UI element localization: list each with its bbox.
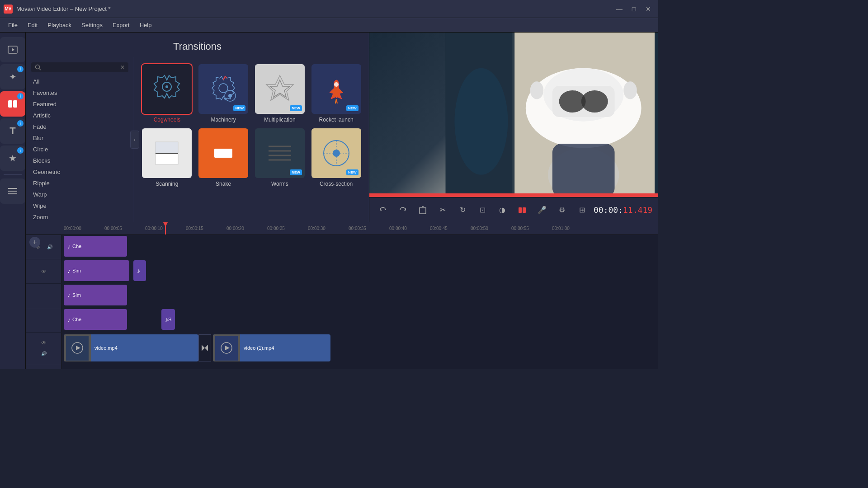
svg-rect-2 bbox=[8, 100, 12, 108]
category-all[interactable]: All bbox=[26, 76, 134, 87]
category-blocks[interactable]: Blocks bbox=[26, 155, 134, 166]
redo-button[interactable] bbox=[395, 202, 411, 218]
multiplication-label: Multiplication bbox=[264, 117, 295, 123]
transition-multiplication[interactable]: NEW Multiplication bbox=[255, 64, 306, 123]
bottom-section: 00:00:00 00:00:05 00:00:10 00:00:15 00:0… bbox=[26, 222, 658, 369]
audio-clip-s[interactable]: ♪ S bbox=[161, 309, 175, 330]
maximize-button[interactable]: □ bbox=[627, 3, 640, 15]
cross-section-thumbnail bbox=[318, 135, 354, 171]
category-blur[interactable]: Blur bbox=[26, 132, 134, 144]
menu-help[interactable]: Help bbox=[135, 20, 156, 30]
transition-rocket[interactable]: NEW Rocket launch bbox=[311, 64, 362, 123]
video-clip-1-thumb bbox=[64, 334, 91, 361]
timeline-ruler: 00:00:00 00:00:05 00:00:10 00:00:15 00:0… bbox=[26, 222, 658, 235]
audio-clip-small[interactable]: ♪ bbox=[133, 260, 146, 281]
track-4-controls bbox=[26, 308, 62, 332]
search-input[interactable] bbox=[44, 64, 118, 70]
category-artistic[interactable]: Artistic bbox=[26, 110, 134, 121]
track-2-controls: 👁 bbox=[26, 259, 62, 283]
transition-snake[interactable]: Snake bbox=[198, 128, 249, 187]
transition-scanning[interactable]: Scanning bbox=[142, 128, 193, 187]
tool-media[interactable] bbox=[0, 37, 25, 62]
category-fade[interactable]: Fade bbox=[26, 121, 134, 132]
ruler-mark-4: 00:00:20 bbox=[226, 226, 267, 231]
ruler-mark-3: 00:00:15 bbox=[186, 226, 226, 231]
audio-clip-che2[interactable]: ♪ Che bbox=[64, 309, 127, 330]
svg-line-8 bbox=[39, 69, 41, 70]
category-geometric[interactable]: Geometric bbox=[26, 166, 134, 178]
crop-button[interactable]: ⊡ bbox=[474, 202, 491, 218]
transition-cogwheels[interactable]: Cogwheels bbox=[142, 64, 193, 123]
audio-clip-sim2[interactable]: ♪ Sim bbox=[64, 285, 127, 305]
video-clip-2[interactable]: video (1).mp4 bbox=[213, 334, 330, 361]
add-track-button[interactable]: + bbox=[29, 237, 40, 248]
tool-text[interactable]: T i bbox=[0, 118, 25, 144]
audio-button[interactable]: 🎤 bbox=[534, 202, 550, 218]
tool-filters[interactable]: ★ i bbox=[0, 145, 25, 171]
transition-worms[interactable]: NEW Worms bbox=[255, 128, 306, 187]
svg-rect-35 bbox=[655, 33, 658, 197]
svg-marker-56 bbox=[202, 345, 205, 351]
transition-cross-section[interactable]: NEW Cross-section bbox=[311, 128, 362, 187]
track-3-controls bbox=[26, 284, 62, 308]
category-wipe[interactable]: Wipe bbox=[26, 200, 134, 211]
category-ripple[interactable]: Ripple bbox=[26, 178, 134, 189]
transitions-badge: i bbox=[17, 93, 24, 99]
search-bar[interactable]: ✕ bbox=[31, 62, 128, 72]
track-3-content: ♪ Sim bbox=[62, 284, 658, 308]
settings-button[interactable]: ⚙ bbox=[554, 202, 570, 218]
transition-marker-1[interactable] bbox=[198, 334, 211, 361]
effects-badge: i bbox=[17, 66, 24, 72]
audio-clip-sim1[interactable]: ♪ Sim bbox=[64, 260, 129, 281]
menu-edit[interactable]: Edit bbox=[23, 20, 42, 30]
minimize-button[interactable]: — bbox=[613, 3, 626, 15]
category-warp[interactable]: Warp bbox=[26, 189, 134, 200]
menu-playback[interactable]: Playback bbox=[43, 20, 76, 30]
track-2-eye[interactable]: 👁 bbox=[39, 267, 48, 276]
close-button[interactable]: ✕ bbox=[642, 3, 655, 15]
transition-machinery[interactable]: NEW Machinery bbox=[198, 64, 249, 123]
track-1-mute[interactable]: 🔊 bbox=[45, 243, 54, 252]
progress-bar[interactable] bbox=[369, 193, 658, 197]
tool-effects[interactable]: ✦ i bbox=[0, 64, 25, 89]
tool-more[interactable] bbox=[0, 178, 25, 204]
category-favorites[interactable]: Favorites bbox=[26, 87, 134, 99]
svg-rect-39 bbox=[552, 144, 615, 197]
ruler-mark-7: 00:00:35 bbox=[349, 226, 389, 231]
cross-section-new-badge: NEW bbox=[346, 169, 359, 175]
audio-wave-controls: ▼ 🔊 bbox=[26, 364, 62, 369]
audio-clip-che[interactable]: ♪ Che bbox=[64, 236, 127, 257]
delete-button[interactable] bbox=[415, 202, 431, 218]
category-featured[interactable]: Featured bbox=[26, 99, 134, 110]
cut-button[interactable]: ✂ bbox=[434, 202, 451, 218]
rocket-label: Rocket launch bbox=[319, 117, 354, 123]
app-title: Movavi Video Editor – New Project * bbox=[16, 5, 111, 12]
video-eye[interactable]: 👁 bbox=[39, 338, 48, 347]
cogwheels-thumbnail bbox=[146, 69, 187, 109]
collapse-button[interactable]: ‹ bbox=[130, 131, 139, 149]
search-clear[interactable]: ✕ bbox=[120, 64, 125, 70]
svg-point-11 bbox=[165, 85, 168, 88]
track-4-content: ♪ Che ♪ S bbox=[62, 308, 658, 332]
transitions-tool-button[interactable] bbox=[514, 202, 530, 218]
skip-start-button[interactable]: ⏮ bbox=[656, 202, 658, 218]
adjust-button[interactable]: ⊞ bbox=[574, 202, 590, 218]
color-button[interactable]: ◑ bbox=[494, 202, 510, 218]
audio-track-2: 👁 ♪ Sim ♪ bbox=[26, 259, 658, 284]
playhead[interactable] bbox=[165, 222, 166, 235]
category-zoom[interactable]: Zoom bbox=[26, 211, 134, 222]
panel-body: ✕ All Favorites Featured Artistic Fade B… bbox=[26, 57, 369, 222]
worms-new-badge: NEW bbox=[290, 169, 302, 175]
rotate-button[interactable]: ↻ bbox=[454, 202, 471, 218]
video-clip-1[interactable]: video.mp4 bbox=[64, 334, 198, 361]
video-mute[interactable]: 🔊 bbox=[39, 349, 48, 358]
ruler-marks: 00:00:00 00:00:05 00:00:10 00:00:15 00:0… bbox=[64, 226, 658, 231]
category-circle[interactable]: Circle bbox=[26, 144, 134, 155]
cross-section-label: Cross-section bbox=[320, 181, 353, 187]
svg-point-17 bbox=[334, 82, 339, 87]
menu-file[interactable]: File bbox=[4, 20, 22, 30]
menu-settings[interactable]: Settings bbox=[77, 20, 107, 30]
menu-export[interactable]: Export bbox=[108, 20, 134, 30]
tool-transitions[interactable]: i bbox=[0, 91, 25, 117]
undo-button[interactable] bbox=[375, 202, 391, 218]
